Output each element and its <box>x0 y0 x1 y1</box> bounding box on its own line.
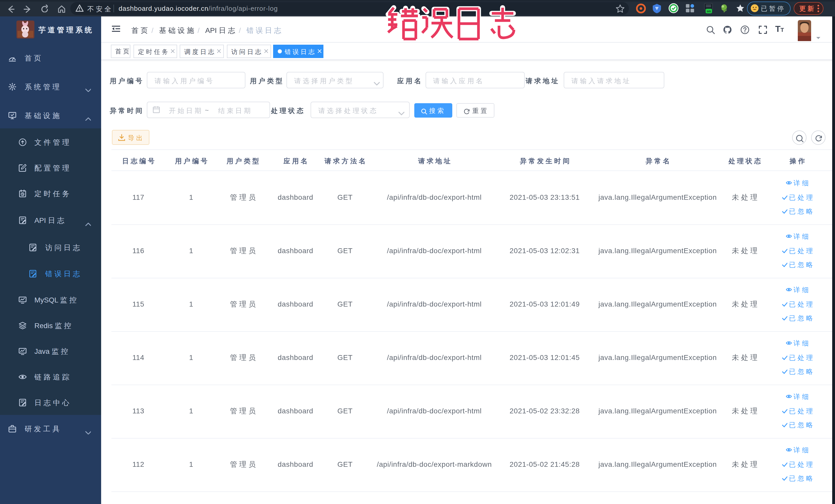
svg-text:on: on <box>707 9 711 13</box>
